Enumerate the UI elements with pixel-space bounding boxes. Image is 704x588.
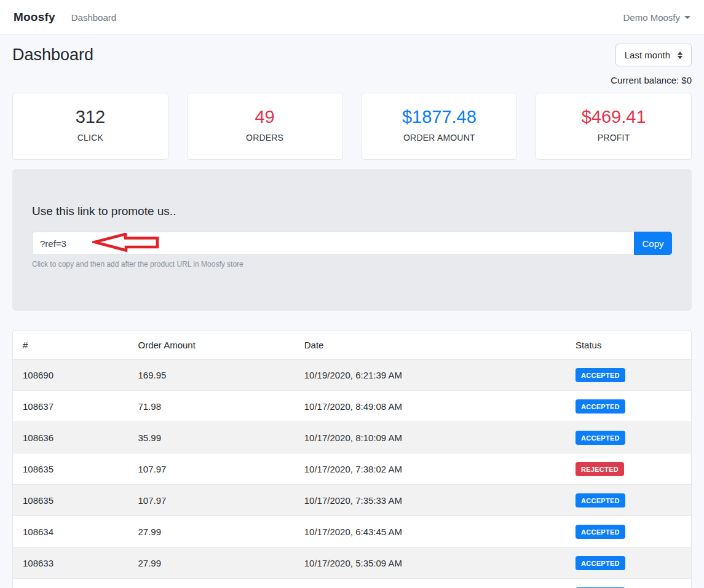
order-date-cell: 10/17/2020, 5:35:09 AM bbox=[295, 547, 566, 579]
order-date-cell: 10/17/2020, 8:49:08 AM bbox=[295, 391, 566, 422]
stat-label: ORDER AMOUNT bbox=[362, 133, 517, 143]
table-header-row: # Order Amount Date Status bbox=[13, 331, 691, 359]
page-header: Dashboard Last month bbox=[12, 44, 692, 66]
order-id-cell: 108635 bbox=[13, 453, 129, 485]
orders-table-card: # Order Amount Date Status 108690 169.95… bbox=[12, 330, 692, 588]
stat-label: ORDERS bbox=[188, 133, 342, 143]
column-header-status: Status bbox=[566, 331, 691, 359]
stat-value: 312 bbox=[13, 106, 168, 127]
order-amount-cell: 27.99 bbox=[129, 516, 295, 547]
order-id-cell: 108634 bbox=[13, 516, 129, 547]
column-header-id: # bbox=[13, 331, 129, 359]
page-title: Dashboard bbox=[12, 45, 93, 65]
stat-value: $469.41 bbox=[536, 106, 691, 127]
promo-input-group: Copy bbox=[32, 232, 672, 255]
table-row: 108634 27.99 10/17/2020, 6:43:45 AM ACCE… bbox=[13, 516, 691, 547]
table-row: 108637 71.98 10/17/2020, 8:49:08 AM ACCE… bbox=[13, 391, 691, 422]
order-date-cell bbox=[295, 579, 566, 588]
user-menu-dropdown[interactable]: Demo Moosfy bbox=[623, 12, 690, 23]
table-row: 108690 169.95 10/19/2020, 6:21:39 AM ACC… bbox=[13, 359, 691, 391]
page-content: Dashboard Last month Current balance: $0… bbox=[0, 44, 704, 588]
select-updown-icon bbox=[678, 52, 682, 59]
current-balance: Current balance: $0 bbox=[12, 75, 692, 85]
stat-card-profit: $469.41 PROFIT bbox=[536, 93, 692, 160]
status-badge: ACCEPTED bbox=[575, 431, 625, 445]
stat-card-click: 312 CLICK bbox=[12, 93, 168, 160]
status-badge: ACCEPTED bbox=[575, 368, 625, 382]
status-badge: ACCEPTED bbox=[575, 493, 625, 508]
column-header-amount: Order Amount bbox=[129, 331, 295, 359]
stat-card-order-amount: $1877.48 ORDER AMOUNT bbox=[362, 93, 518, 160]
order-date-cell: 10/17/2020, 6:43:45 AM bbox=[295, 516, 566, 547]
column-header-date: Date bbox=[295, 331, 566, 359]
order-amount-cell: 169.95 bbox=[129, 359, 295, 391]
status-badge: ACCEPTED bbox=[575, 556, 625, 570]
order-amount-cell: 107.97 bbox=[129, 453, 295, 485]
status-badge: ACCEPTED bbox=[575, 525, 625, 539]
table-row: 108633 27.99 10/17/2020, 5:35:09 AM ACCE… bbox=[13, 547, 691, 579]
promo-heading: Use this link to promote us.. bbox=[32, 205, 672, 218]
order-id-cell: 108690 bbox=[13, 359, 129, 391]
user-menu-label: Demo Moosfy bbox=[623, 12, 680, 23]
order-date-cell: 10/17/2020, 7:35:33 AM bbox=[295, 485, 566, 516]
stat-cards-row: 312 CLICK 49 ORDERS $1877.48 ORDER AMOUN… bbox=[12, 93, 692, 160]
order-amount-cell bbox=[129, 579, 295, 588]
order-amount-cell: 27.99 bbox=[129, 547, 295, 579]
order-id-cell bbox=[13, 579, 129, 588]
period-select-value: Last month bbox=[625, 50, 670, 60]
stat-label: CLICK bbox=[13, 133, 168, 143]
top-navbar: Moosfy Dashboard Demo Moosfy bbox=[0, 0, 704, 35]
order-amount-cell: 35.99 bbox=[129, 422, 295, 453]
order-id-cell: 108635 bbox=[13, 485, 129, 516]
order-amount-cell: 107.97 bbox=[129, 485, 295, 516]
brand-logo[interactable]: Moosfy bbox=[14, 10, 55, 24]
table-row-partial: ACCEPTED bbox=[13, 579, 691, 588]
period-select[interactable]: Last month bbox=[615, 44, 692, 66]
stat-value: $1877.48 bbox=[362, 106, 517, 127]
order-id-cell: 108637 bbox=[13, 391, 129, 422]
table-row: 108636 35.99 10/17/2020, 8:10:09 AM ACCE… bbox=[13, 422, 691, 453]
order-date-cell: 10/17/2020, 8:10:09 AM bbox=[295, 422, 566, 453]
status-badge: ACCEPTED bbox=[575, 399, 625, 414]
nav-link-dashboard[interactable]: Dashboard bbox=[71, 12, 116, 23]
status-badge: REJECTED bbox=[575, 462, 624, 476]
stat-value: 49 bbox=[188, 106, 342, 127]
caret-down-icon bbox=[684, 16, 690, 19]
copy-button[interactable]: Copy bbox=[634, 232, 672, 255]
table-row: 108635 107.97 10/17/2020, 7:35:33 AM ACC… bbox=[13, 485, 691, 516]
table-row: 108635 107.97 10/17/2020, 7:38:02 AM REJ… bbox=[13, 453, 691, 485]
order-date-cell: 10/17/2020, 7:38:02 AM bbox=[295, 453, 566, 485]
referral-link-input[interactable] bbox=[32, 232, 634, 255]
order-id-cell: 108636 bbox=[13, 422, 129, 453]
order-id-cell: 108633 bbox=[13, 547, 129, 579]
stat-label: PROFIT bbox=[536, 133, 691, 143]
order-amount-cell: 71.98 bbox=[129, 391, 295, 422]
order-date-cell: 10/19/2020, 6:21:39 AM bbox=[295, 359, 566, 391]
stat-card-orders: 49 ORDERS bbox=[187, 93, 343, 160]
promo-helper-text: Click to copy and then add after the pro… bbox=[32, 260, 672, 269]
promo-link-panel: Use this link to promote us.. Copy Click… bbox=[12, 169, 692, 311]
orders-table: # Order Amount Date Status 108690 169.95… bbox=[13, 331, 691, 588]
